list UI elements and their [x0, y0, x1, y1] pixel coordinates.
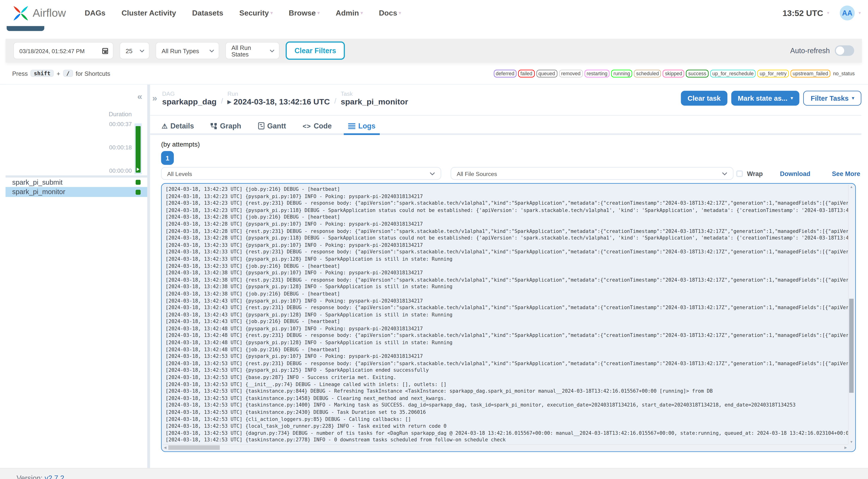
chevron-down-icon: ▾: [271, 10, 273, 15]
duration-tick: 00:00:18: [109, 144, 132, 150]
state-badge[interactable]: queued: [536, 69, 557, 77]
state-badge[interactable]: restarting: [584, 69, 610, 77]
state-badge[interactable]: upstream_failed: [790, 69, 830, 77]
see-more-link[interactable]: See More: [832, 170, 860, 177]
log-line: [2024-03-18, 13:42:23 UTC] {job.py:216} …: [165, 186, 849, 193]
log-line: [2024-03-18, 13:42:28 UTC] {pyspark_pi.p…: [165, 221, 849, 228]
version-link[interactable]: v2.7.2: [45, 474, 64, 479]
page-size-select[interactable]: 25: [120, 42, 150, 59]
clear-filters-button[interactable]: Clear Filters: [285, 41, 345, 60]
tab-gantt[interactable]: Gantt: [253, 118, 290, 135]
log-line: [2024-03-18, 13:42:23 UTC] {rest.py:231}…: [165, 200, 849, 207]
log-line: [2024-03-18, 13:42:33 UTC] {pyspark_pi.p…: [165, 255, 849, 262]
task-status-square-success[interactable]: [135, 189, 141, 194]
run-header: » DAG sparkapp_dag / Run ▶ 2024-03-18, 1…: [152, 90, 861, 106]
log-level-select[interactable]: All Levels: [161, 167, 441, 180]
list-icon: [348, 123, 355, 129]
nav-dags[interactable]: DAGs: [85, 9, 105, 17]
chevron-down-icon[interactable]: ▾: [827, 10, 829, 15]
horizontal-scroll-thumb[interactable]: [168, 445, 220, 450]
chevron-down-icon: ▾: [317, 10, 319, 15]
state-badge[interactable]: up_for_retry: [757, 69, 789, 77]
filter-tasks-button[interactable]: Filter Tasks▾: [804, 91, 861, 106]
dag-link[interactable]: sparkapp_dag: [162, 97, 217, 106]
vertical-scroll-thumb[interactable]: [849, 299, 854, 393]
log-source-select[interactable]: All File Sources: [451, 167, 734, 180]
chevron-down-icon: [270, 49, 275, 52]
airflow-brand[interactable]: Airflow: [12, 3, 66, 22]
state-badge[interactable]: no_status: [832, 70, 856, 76]
scroll-left-icon[interactable]: ◀: [164, 445, 166, 449]
chevron-down-icon[interactable]: ▾: [859, 10, 861, 15]
log-line: [2024-03-18, 13:42:43 UTC] {pyspark_pi.p…: [165, 297, 849, 305]
state-badge[interactable]: scheduled: [634, 69, 661, 77]
code-icon: <>: [303, 122, 311, 130]
collapse-panel-icon[interactable]: «: [137, 92, 142, 101]
log-line: [2024-03-18, 13:42:38 UTC] {rest.py:231}…: [165, 277, 849, 284]
clear-task-button[interactable]: Clear task: [681, 91, 727, 106]
run-duration-bar[interactable]: [135, 126, 141, 173]
nav-browse[interactable]: Browse▾: [289, 9, 320, 17]
log-line: [2024-03-18, 13:42:53 UTC] {taskinstance…: [165, 409, 849, 416]
scroll-up-icon[interactable]: ▲: [849, 185, 854, 189]
task-status-square-success[interactable]: [135, 180, 141, 185]
base-date-input[interactable]: 03/18/2024, 01:52:47 PM: [13, 42, 114, 59]
shortcuts-hint: Press shift + / for Shortcuts: [12, 70, 110, 77]
wrap-label: Wrap: [747, 170, 763, 177]
state-badge[interactable]: success: [686, 69, 708, 77]
wrap-checkbox[interactable]: [736, 170, 743, 177]
tab-details[interactable]: ⚠ Details: [157, 118, 198, 135]
state-badge[interactable]: running: [611, 69, 632, 77]
state-badge[interactable]: removed: [559, 69, 583, 77]
state-badge[interactable]: failed: [518, 69, 534, 77]
log-line: [2024-03-18, 13:42:53 UTC] {rest.py:231}…: [165, 360, 849, 367]
nav-datasets[interactable]: Datasets: [192, 9, 223, 17]
state-badge[interactable]: up_for_reschedule: [710, 69, 756, 77]
log-line: [2024-03-18, 13:42:23 UTC] {pyspark_pi.p…: [165, 193, 849, 200]
state-badge[interactable]: deferred: [493, 69, 517, 77]
breadcrumb: DAG sparkapp_dag / Run ▶ 2024-03-18, 13:…: [162, 90, 408, 106]
run-states-select[interactable]: All Run States: [225, 42, 279, 59]
tab-graph[interactable]: Graph: [206, 118, 246, 135]
scroll-down-icon[interactable]: ▼: [849, 440, 854, 444]
log-line: [2024-03-18, 13:42:48 UTC] {pyspark_pi.p…: [165, 339, 849, 346]
breadcrumb-separator: /: [221, 97, 223, 105]
scroll-right-icon[interactable]: ▶: [844, 445, 847, 449]
tab-logs[interactable]: Logs: [344, 118, 380, 135]
task-row-spark-pi-monitor[interactable]: spark_pi_monitor: [6, 187, 147, 197]
attempt-1-button[interactable]: 1: [161, 151, 174, 165]
nav-security[interactable]: Security▾: [240, 9, 273, 17]
expand-panel-icon[interactable]: »: [152, 94, 157, 103]
tab-code[interactable]: <> Code: [298, 118, 336, 135]
breadcrumb-task: Task spark_pi_monitor: [341, 90, 408, 106]
horizontal-scrollbar[interactable]: ◀ ▶: [163, 444, 848, 450]
version-label: Version:: [17, 474, 42, 479]
log-line: [2024-03-18, 13:42:53 UTC] {taskinstance…: [165, 437, 849, 444]
log-line: [2024-03-18, 13:42:33 UTC] {rest.py:231}…: [165, 249, 849, 256]
brand-name: Airflow: [33, 7, 66, 19]
log-line: [2024-03-18, 13:42:53 UTC] {pyspark_pi.p…: [165, 367, 849, 374]
slash-key-badge: /: [63, 70, 73, 77]
attempts-label: (by attempts): [161, 140, 200, 148]
run-link[interactable]: ▶ 2024-03-18, 13:42:16 UTC: [227, 97, 330, 106]
log-line: [2024-03-18, 13:42:53 UTC] {base.py:287}…: [165, 374, 849, 381]
nav-admin[interactable]: Admin▾: [336, 9, 363, 17]
vertical-scrollbar[interactable]: ▲ ▼: [848, 185, 854, 444]
log-line: [2024-03-18, 13:42:33 UTC] {pyspark_pi.p…: [165, 242, 849, 249]
log-line: [2024-03-18, 13:42:48 UTC] {job.py:216} …: [165, 346, 849, 353]
log-line: [2024-03-18, 13:42:33 UTC] {job.py:216} …: [165, 262, 849, 269]
nav-docs[interactable]: Docs▾: [379, 9, 401, 17]
task-link[interactable]: spark_pi_monitor: [341, 97, 408, 106]
download-log-link[interactable]: Download: [780, 170, 810, 177]
task-row-spark-pi-submit[interactable]: spark_pi_submit: [6, 178, 147, 187]
avatar[interactable]: AA: [840, 6, 855, 21]
run-types-select[interactable]: All Run Types: [156, 42, 219, 59]
state-badge[interactable]: skipped: [663, 69, 684, 77]
nav-cluster-activity[interactable]: Cluster Activity: [122, 9, 176, 17]
mark-state-button[interactable]: Mark state as...▾: [731, 91, 800, 106]
clock-display[interactable]: 13:52 UTC: [782, 8, 823, 18]
divider: [150, 115, 861, 116]
auto-refresh-toggle[interactable]: [835, 45, 854, 56]
scrolled-button-remnant: [7, 26, 44, 31]
log-line: [2024-03-18, 13:42:43 UTC] {pyspark_pi.p…: [165, 311, 849, 318]
